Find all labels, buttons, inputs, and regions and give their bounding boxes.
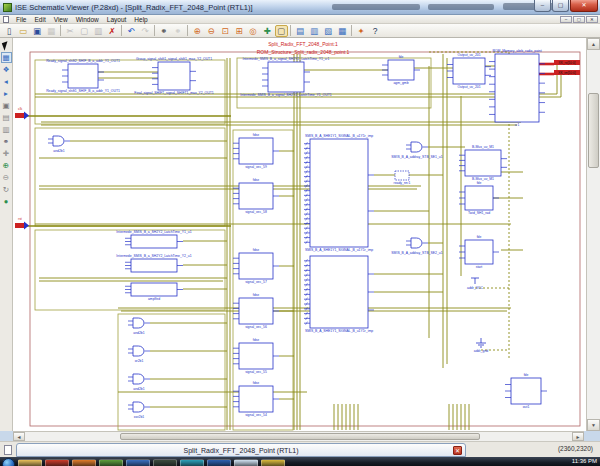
cascade-windows-icon[interactable]: ▦ — [336, 25, 349, 37]
scroll-right-button[interactable]: ► — [572, 432, 584, 441]
scroll-down-button[interactable]: ▼ — [587, 419, 600, 431]
scroll-left-button[interactable]: ◄ — [13, 432, 25, 441]
menu-view[interactable]: View — [50, 16, 72, 23]
refresh-icon[interactable]: ↻ — [1, 184, 12, 195]
child-restore-button[interactable]: ▢ — [573, 16, 585, 23]
zoom-in-icon[interactable]: ⊕ — [191, 25, 204, 37]
schematic-block[interactable]: SMIS_B_A_SHE1Y1_SIGNAL_B_u1Y1r_impSMIS_B… — [304, 134, 374, 252]
start-button[interactable] — [2, 458, 15, 466]
title-bar[interactable]: ISE Schematic Viewer (P.28xd) - [Split_R… — [0, 0, 600, 15]
menu-window[interactable]: Window — [72, 16, 103, 23]
scroll-up-button[interactable]: ▲ — [587, 38, 600, 50]
cut-icon[interactable]: ✂ — [64, 25, 77, 37]
taskbar-ie-icon[interactable] — [207, 459, 231, 466]
logic-gate[interactable]: SMIS_B_A_addray_STB_SE2_u1 — [391, 238, 442, 255]
search-icon[interactable]: ⚭ — [1, 136, 12, 147]
zoom-in-icon[interactable]: ⊕ — [1, 160, 12, 171]
delete-icon[interactable]: ✗ — [106, 25, 119, 37]
schematic-block[interactable]: fdsesignal_vec_55 — [233, 338, 279, 374]
child-minimize-button[interactable]: – — [560, 16, 572, 23]
schematic-block[interactable]: fdeout1 — [505, 373, 547, 409]
input-port[interactable]: rst — [15, 217, 29, 230]
zoom-out-icon[interactable]: ⊖ — [1, 172, 12, 183]
schematic-block[interactable]: fdestart — [459, 235, 499, 269]
logic-gate[interactable]: and2b1 — [128, 374, 150, 391]
taskbar-word-icon[interactable] — [126, 459, 150, 466]
schematic-block[interactable]: B-Mux_uv_M1B-Mux_uv_M1 — [459, 145, 507, 181]
taskbar-app-yellow-icon[interactable] — [261, 459, 285, 466]
schematic-block[interactable]: SMIS_B_A_SHE1Y1_SIGNAL_B_u1Y1r_imp — [304, 256, 374, 333]
input-port[interactable]: clk — [15, 107, 29, 120]
schematic-block[interactable]: Intermede_SMIS_B_a_SH2Y2_LatchTime_Y2_u1 — [116, 254, 191, 272]
schematic-block[interactable]: fdsesignal_vec_59 — [233, 133, 279, 169]
schematic-component[interactable]: ready_nn:1 — [394, 171, 411, 185]
pan-view-icon[interactable]: ❖ — [1, 64, 12, 75]
tab-close-button[interactable]: ✕ — [453, 446, 462, 455]
save-icon[interactable]: ▣ — [31, 25, 44, 37]
logic-gate[interactable]: and2b1 — [48, 136, 70, 153]
undo-icon[interactable]: ↶ — [125, 25, 138, 37]
schematic-block[interactable]: Intermede_SMIS_B_a_signal_SH2Y2_LatchTim… — [240, 57, 331, 97]
menu-edit[interactable]: Edit — [30, 16, 49, 23]
schematic-block[interactable]: ROM_Memory_abrb_radix_pointu:1 — [489, 49, 545, 127]
logic-gate[interactable]: SMIS_B_A_addray_STB_SE1_u1 — [391, 142, 442, 159]
menu-help[interactable]: Help — [130, 16, 151, 23]
menu-file[interactable]: File — [12, 16, 30, 23]
taskbar-app-red-icon[interactable] — [45, 459, 69, 466]
marker-icon[interactable]: ● — [1, 196, 12, 207]
tile-horizontal-icon[interactable]: ▥ — [308, 25, 321, 37]
taskbar-app-dark-icon[interactable] — [153, 459, 177, 466]
find-icon[interactable]: ⚭ — [158, 25, 171, 37]
logic-gate[interactable]: or2b1 — [128, 346, 150, 363]
schematic-block[interactable]: fdsesignal_vec_57 — [233, 248, 279, 284]
taskbar-folder-icon[interactable] — [18, 459, 42, 466]
pointer-icon[interactable] — [1, 40, 12, 51]
find-next-icon[interactable]: ⚭ — [172, 25, 185, 37]
split-vertical-icon[interactable]: ▥ — [1, 124, 12, 135]
schematic-block[interactable]: Ready_signal_shift2_SHIF_B_a_addr_Y1_OUT… — [46, 59, 120, 93]
vertical-scrollbar[interactable]: ▲ ▼ — [586, 38, 600, 431]
schematic-block[interactable]: amplfed — [125, 283, 183, 301]
save-all-icon[interactable]: ▦ — [45, 25, 58, 37]
redo-icon[interactable]: ↷ — [139, 25, 152, 37]
taskbar-app-light-icon[interactable] — [234, 459, 258, 466]
zoom-area-icon[interactable]: ▦ — [1, 52, 12, 63]
pin-icon[interactable]: ✚ — [1, 148, 12, 159]
schematic-block[interactable]: fdsesignal_vec_56 — [233, 293, 279, 329]
previous-view-icon[interactable]: ◂ — [1, 76, 12, 87]
schematic-drawing[interactable]: Ready_signal_shift2_SHIF_B_a_addr_Y1_OUT… — [13, 38, 586, 431]
vertical-scroll-thumb[interactable] — [588, 93, 599, 168]
paste-icon[interactable]: ▥ — [92, 25, 105, 37]
taskbar-firefox-icon[interactable] — [72, 459, 96, 466]
minimize-button[interactable]: – — [534, 0, 551, 12]
schematic-block[interactable]: Group_signal_shift1_signal_shift1_max_Y2… — [134, 57, 213, 95]
horizontal-scrollbar[interactable]: ◄ ► — [13, 431, 584, 441]
taskbar-app-green-icon[interactable] — [99, 459, 123, 466]
help-pointer-icon[interactable]: ? — [369, 25, 382, 37]
output-port[interactable]: XK_im[10:0] — [554, 70, 580, 75]
copy-view-icon[interactable]: ▣ — [1, 100, 12, 111]
key-icon[interactable]: ✦ — [355, 25, 368, 37]
pan-icon[interactable]: ✚ — [261, 25, 274, 37]
menu-layout[interactable]: Layout — [103, 16, 131, 23]
schematic-block[interactable]: fdeagm_gmb — [382, 55, 420, 85]
zoom-box-icon[interactable]: ⊞ — [233, 25, 246, 37]
schematic-block[interactable]: fdsesignal_vec_58 — [233, 178, 279, 214]
tab-split-radix-fft[interactable]: Split_Radix_FFT_2048_Point (RTL1) ✕ — [16, 443, 466, 457]
child-close-button[interactable]: ✕ — [586, 16, 598, 23]
zoom-out-icon[interactable]: ⊖ — [205, 25, 218, 37]
next-view-icon[interactable]: ▸ — [1, 88, 12, 99]
tile-vertical-icon[interactable]: ▧ — [322, 25, 335, 37]
schematic-block[interactable]: fdsesignal_vec_54 — [233, 381, 279, 417]
copy-icon[interactable]: ▢ — [78, 25, 91, 37]
logic-gate[interactable]: xor2b1 — [128, 402, 150, 419]
schematic-canvas[interactable]: Ready_signal_shift2_SHIF_B_a_addr_Y1_OUT… — [13, 38, 586, 431]
schematic-block[interactable]: fdeTwid_SH1_rad — [459, 181, 499, 215]
horizontal-scroll-thumb[interactable] — [120, 433, 480, 440]
open-folder-icon[interactable]: ▭ — [17, 25, 30, 37]
taskbar-app-teal-icon[interactable] — [180, 459, 204, 466]
system-tray[interactable]: 11:36 PM — [572, 458, 597, 464]
horizontal-scroll-track[interactable] — [25, 432, 572, 441]
logic-gate[interactable]: and2b1 — [128, 318, 150, 335]
zoom-full-icon[interactable]: ⊡ — [219, 25, 232, 37]
